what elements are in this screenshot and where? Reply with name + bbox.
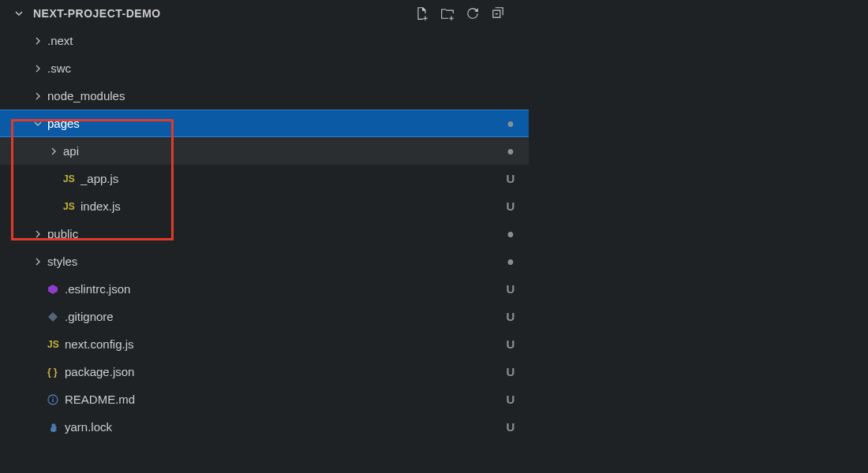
file-label: package.json [65,365,503,378]
yarn-file-icon [47,422,65,433]
chevron-right-icon[interactable] [33,64,47,73]
chevron-right-icon[interactable] [33,91,47,101]
chevron-right-icon[interactable] [49,147,63,156]
file-label: next.config.js [65,337,503,351]
file-row[interactable]: .eslintrc.jsonU [0,275,529,303]
folder-row[interactable]: public• [0,220,529,248]
file-explorer-panel: NEXT-PROJECT-DEMO .next.swcnode_modulesp… [0,0,529,473]
js-file-icon: JS [63,173,80,184]
git-status-badge: U [503,199,518,213]
folder-label: pages [47,117,503,130]
eslint-file-icon [47,284,65,295]
file-row[interactable]: JSnext.config.jsU [0,330,529,358]
chevron-down-icon[interactable] [14,9,28,18]
folder-label: .next [47,34,503,47]
folder-row[interactable]: .next [0,27,529,54]
svg-rect-3 [52,399,53,402]
file-row[interactable]: JS_app.jsU [0,165,529,192]
folder-row[interactable]: pages• [0,110,529,137]
modified-dot-icon: • [503,258,518,266]
refresh-button[interactable] [466,6,480,20]
folder-label: api [63,144,503,158]
header-actions [415,6,519,20]
git-status-badge: U [503,365,518,378]
collapse-all-button[interactable] [491,6,505,20]
modified-dot-icon: • [503,230,518,238]
file-label: .gitignore [65,310,503,323]
js-file-icon: JS [63,201,80,212]
file-tree: .next.swcnode_modulespages•api•JS_app.js… [0,25,529,442]
js-file-icon: JS [47,339,65,350]
folder-label: public [47,227,503,240]
svg-marker-1 [48,312,58,322]
git-status-badge: U [503,310,518,323]
json-file-icon: { } [47,367,65,378]
git-status-badge: U [503,282,518,296]
file-row[interactable]: .gitignoreU [0,303,529,330]
folder-row[interactable]: .swc [0,54,529,82]
folder-row[interactable]: api• [0,137,529,165]
chevron-down-icon[interactable] [33,119,47,128]
info-file-icon [47,394,65,405]
file-label: .eslintrc.json [65,282,503,296]
folder-row[interactable]: node_modules [0,82,529,110]
new-folder-button[interactable] [440,6,455,20]
folder-label: styles [47,255,503,268]
git-status-badge: U [503,393,518,406]
svg-marker-0 [48,285,58,294]
explorer-header: NEXT-PROJECT-DEMO [0,0,529,25]
file-label: index.js [80,199,503,213]
git-status-badge: U [503,337,518,351]
git-file-icon [47,311,65,322]
chevron-right-icon[interactable] [33,36,47,46]
folder-label: node_modules [47,89,503,102]
folder-row[interactable]: styles• [0,248,529,275]
svg-rect-4 [52,397,53,397]
file-row[interactable]: JSindex.jsU [0,192,529,220]
new-file-button[interactable] [415,6,429,20]
folder-label: .swc [47,61,503,75]
file-label: README.md [65,393,503,406]
file-row[interactable]: yarn.lockU [0,413,529,441]
git-status-badge: U [503,172,518,185]
chevron-right-icon[interactable] [33,257,47,266]
file-label: _app.js [80,172,503,185]
chevron-right-icon[interactable] [33,229,47,239]
modified-dot-icon: • [503,147,518,155]
modified-dot-icon: • [503,120,518,128]
file-row[interactable]: { }package.jsonU [0,358,529,385]
git-status-badge: U [503,420,518,434]
project-title: NEXT-PROJECT-DEMO [33,7,161,20]
file-label: yarn.lock [65,420,503,434]
file-row[interactable]: README.mdU [0,385,529,413]
